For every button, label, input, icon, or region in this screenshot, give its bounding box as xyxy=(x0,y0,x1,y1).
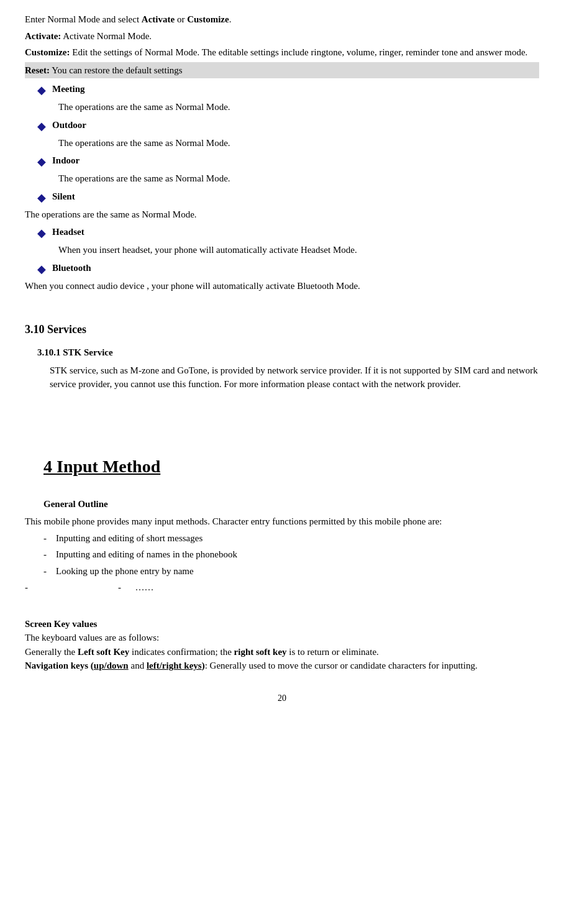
section-3101-heading: 3.10.1 STK Service xyxy=(37,345,539,360)
silent-desc: The operations are the same as Normal Mo… xyxy=(25,208,539,222)
screen-key-heading: Screen Key values xyxy=(25,617,539,631)
dotted-row: - - …… xyxy=(25,580,539,595)
general-outline-heading: General Outline xyxy=(43,497,539,511)
stk-body: STK service, such as M-zone and GoTone, … xyxy=(50,364,539,391)
diamond-icon-silent: ◆ xyxy=(37,190,46,206)
diamond-icon-outdoor: ◆ xyxy=(37,118,46,135)
bullet-silent: ◆ Silent The operations are the same as … xyxy=(25,190,539,222)
bullet-indoor: ◆ Indoor The operations are the same as … xyxy=(25,153,539,186)
meeting-title: Meeting xyxy=(52,82,84,96)
customize-line: Customize: Edit the settings of Normal M… xyxy=(25,45,539,60)
list-item-2: - Inputting and editing of names in the … xyxy=(25,547,539,562)
headset-title: Headset xyxy=(52,225,84,239)
indoor-title: Indoor xyxy=(52,153,80,168)
bluetooth-desc: When you connect audio device , your pho… xyxy=(25,279,539,293)
list-item-3: - Looking up the phone entry by name xyxy=(25,564,539,579)
headset-desc: When you insert headset, your phone will… xyxy=(58,243,539,257)
list-content-3: Looking up the phone entry by name xyxy=(56,564,539,579)
list-dash-1: - xyxy=(25,531,56,546)
outdoor-desc: The operations are the same as Normal Mo… xyxy=(58,136,539,150)
screen-key-line3: Navigation keys (up/down and left/right … xyxy=(25,659,539,673)
silent-title: Silent xyxy=(52,190,75,204)
indoor-desc: The operations are the same as Normal Mo… xyxy=(58,172,539,186)
diamond-icon-indoor: ◆ xyxy=(37,153,46,170)
screen-key-section: Screen Key values The keyboard values ar… xyxy=(25,617,539,673)
list-content-1: Inputting and editing of short messages xyxy=(56,531,539,546)
bullet-meeting: ◆ Meeting The operations are the same as… xyxy=(25,82,539,114)
bullet-outdoor: ◆ Outdoor The operations are the same as… xyxy=(25,118,539,150)
screen-key-line2: Generally the Left soft Key indicates co… xyxy=(25,645,539,659)
dotted-ellipsis: …… xyxy=(135,580,154,595)
dotted-dash1: - xyxy=(25,580,43,595)
bluetooth-title: Bluetooth xyxy=(52,261,91,275)
list-content-2: Inputting and editing of names in the ph… xyxy=(56,547,539,562)
intro-line1: Enter Normal Mode and select Activate or… xyxy=(25,12,539,27)
reset-line: Reset: You can restore the default setti… xyxy=(25,62,539,79)
bullet-headset: ◆ Headset When you insert headset, your … xyxy=(25,225,539,257)
chapter4-heading: 4 Input Method xyxy=(43,454,539,482)
outdoor-title: Outdoor xyxy=(52,118,86,132)
bullet-bluetooth: ◆ Bluetooth When you connect audio devic… xyxy=(25,261,539,293)
diamond-icon-meeting: ◆ xyxy=(37,82,46,99)
dotted-dash2 xyxy=(43,580,118,595)
diamond-icon-bluetooth: ◆ xyxy=(37,261,46,278)
list-dash-2: - xyxy=(25,547,56,562)
meeting-desc: The operations are the same as Normal Mo… xyxy=(58,100,539,114)
screen-key-line1: The keyboard values are as follows: xyxy=(25,631,539,645)
activate-line: Activate: Activate Normal Mode. xyxy=(25,29,539,43)
list-dash-3: - xyxy=(25,564,56,579)
content-area: Enter Normal Mode and select Activate or… xyxy=(25,12,539,705)
general-outline-text: This mobile phone provides many input me… xyxy=(25,515,539,529)
list-item-1: - Inputting and editing of short message… xyxy=(25,531,539,546)
diamond-icon-headset: ◆ xyxy=(37,225,46,242)
dotted-content: - xyxy=(118,580,135,595)
section-310-heading: 3.10 Services xyxy=(25,321,539,338)
page-number: 20 xyxy=(25,692,539,705)
